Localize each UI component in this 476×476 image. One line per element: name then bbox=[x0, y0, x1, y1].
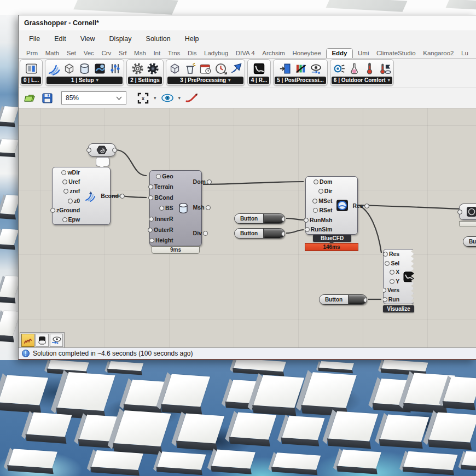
tab[interactable]: Ladybug bbox=[202, 49, 230, 58]
menu-item[interactable]: Display bbox=[102, 33, 139, 44]
flask-icon[interactable] bbox=[347, 61, 362, 76]
component-input[interactable]: Res bbox=[385, 250, 403, 258]
tab[interactable]: Srf bbox=[117, 49, 129, 58]
component-input[interactable]: zref bbox=[66, 187, 84, 195]
slice-panel-icon[interactable] bbox=[278, 61, 293, 76]
component-input[interactable]: Geo bbox=[158, 172, 177, 180]
tab[interactable]: Lu bbox=[459, 49, 471, 58]
rgb-legend-icon[interactable] bbox=[293, 61, 308, 76]
tab[interactable]: Msh bbox=[132, 49, 148, 58]
menu-item[interactable]: Edit bbox=[47, 33, 73, 44]
tab[interactable]: ClimateStudio bbox=[374, 49, 418, 58]
run-sim-button[interactable]: Button bbox=[234, 228, 285, 239]
cylinder-icon[interactable] bbox=[77, 61, 92, 76]
component-input[interactable]: Uref bbox=[65, 178, 84, 185]
schedule-icon[interactable] bbox=[198, 61, 213, 76]
tab[interactable]: Eddy bbox=[326, 48, 352, 59]
component-input[interactable]: z0 bbox=[70, 197, 84, 205]
component-input[interactable]: RSet bbox=[315, 206, 336, 214]
component-input[interactable]: OuterR bbox=[150, 226, 177, 234]
component-input[interactable]: InnerR bbox=[151, 215, 177, 223]
panel-balloon[interactable] bbox=[96, 157, 109, 166]
component-input[interactable]: Run bbox=[385, 295, 403, 303]
preview-mode-button[interactable] bbox=[50, 334, 63, 347]
component-input[interactable]: Epw bbox=[65, 216, 84, 223]
thermometer-icon[interactable] bbox=[362, 61, 377, 76]
component-output[interactable]: Msh bbox=[189, 204, 208, 211]
toolbar-group-label[interactable]: 2 | Settings bbox=[128, 77, 161, 84]
component-input[interactable]: Dir bbox=[321, 187, 336, 195]
component-input[interactable]: Dom bbox=[316, 178, 336, 185]
terrain-mesh-icon[interactable] bbox=[92, 61, 107, 76]
geometry-box-icon[interactable] bbox=[167, 61, 182, 76]
component-input[interactable]: Vers bbox=[384, 286, 403, 294]
menu-item[interactable]: Solution bbox=[139, 33, 178, 44]
wind-direction-component[interactable] bbox=[88, 143, 115, 156]
run-clock-icon[interactable] bbox=[213, 61, 228, 76]
tab[interactable]: Honeybee bbox=[290, 49, 323, 58]
component-input[interactable]: MSet bbox=[315, 197, 336, 205]
zoom-extents-menu-arrow[interactable]: ▾ bbox=[154, 95, 156, 101]
button-well[interactable] bbox=[263, 229, 285, 238]
wind-profile-icon[interactable] bbox=[47, 61, 61, 76]
component-input[interactable]: Terrain bbox=[150, 183, 177, 190]
tab[interactable]: Set bbox=[65, 49, 78, 58]
tab[interactable]: Umi bbox=[356, 49, 371, 58]
button-well[interactable] bbox=[348, 295, 367, 304]
clipped-component[interactable] bbox=[459, 204, 476, 220]
menu-item[interactable]: File bbox=[22, 33, 47, 44]
bluecfd-component[interactable]: DomDirMSetRSetRunMshRunSim Res bbox=[305, 176, 358, 235]
run-visualize-button[interactable]: Button bbox=[319, 294, 367, 305]
domain-box-icon[interactable] bbox=[62, 61, 77, 76]
group-menu-arrow[interactable]: ▾ bbox=[388, 78, 390, 83]
title-bar[interactable]: Grasshopper - Cornell* bbox=[19, 15, 476, 31]
toggle-preview-button[interactable] bbox=[36, 334, 49, 347]
menu-item[interactable]: Help bbox=[178, 33, 206, 44]
component-input[interactable]: Height bbox=[152, 236, 177, 244]
component-output[interactable]: Res bbox=[349, 202, 367, 210]
tab[interactable]: Trns bbox=[166, 49, 183, 58]
tab[interactable]: Math bbox=[43, 49, 62, 58]
toolbar-group-label[interactable]: 6 | Outdoor Comfort▾ bbox=[332, 77, 392, 84]
tab[interactable]: Prm bbox=[24, 49, 40, 58]
clipped-button[interactable]: Button bbox=[463, 236, 476, 247]
toolbar-group-label[interactable]: 1 | Setup▾ bbox=[47, 77, 123, 84]
group-menu-arrow[interactable]: ▾ bbox=[228, 78, 230, 83]
toolbar-group-label[interactable]: 4 | R... bbox=[249, 77, 269, 84]
utci-icon[interactable] bbox=[378, 61, 392, 76]
component-output[interactable]: Dom bbox=[189, 178, 210, 185]
tab[interactable]: Kangaroo2 bbox=[421, 49, 456, 58]
toolbar-group-label[interactable]: 0 | L... bbox=[21, 77, 41, 84]
tab[interactable]: DIVA 4 bbox=[234, 49, 257, 58]
tab[interactable]: Int bbox=[151, 49, 162, 58]
component-output[interactable]: Bcond bbox=[97, 192, 123, 200]
preview-menu-arrow[interactable]: ▾ bbox=[178, 95, 181, 101]
run-mesh-button[interactable]: Button bbox=[234, 213, 285, 224]
canvas-zoom-select[interactable]: 85% bbox=[61, 91, 126, 105]
component-input[interactable]: zGround bbox=[53, 206, 84, 214]
save-file-icon[interactable] bbox=[40, 91, 54, 105]
sketch-tool-button[interactable] bbox=[21, 334, 34, 347]
component-input[interactable]: X bbox=[392, 268, 403, 276]
tab[interactable]: Dis bbox=[185, 49, 199, 58]
cleanup-trash-icon[interactable] bbox=[183, 61, 198, 76]
probe-eye-icon[interactable] bbox=[309, 61, 323, 76]
mesh-domain-component[interactable]: GeoTerrainBCondBSInnerROuterRHeight DomM… bbox=[149, 170, 202, 246]
visualize-component[interactable]: ResSelXYVersRun bbox=[383, 249, 414, 304]
residuals-curve-icon[interactable] bbox=[252, 61, 266, 76]
sliders-icon[interactable] bbox=[108, 61, 123, 76]
component-output[interactable]: Div bbox=[189, 229, 206, 237]
preview-eye-icon[interactable] bbox=[161, 91, 174, 105]
menu-item[interactable]: View bbox=[73, 33, 102, 44]
component-input[interactable]: RunSim bbox=[307, 225, 336, 233]
tab[interactable]: Crv bbox=[99, 49, 113, 58]
zoom-extents-icon[interactable]: x bbox=[136, 91, 149, 105]
component-input[interactable]: Sel bbox=[387, 259, 403, 267]
component-input[interactable]: Y bbox=[392, 277, 403, 285]
gh-canvas[interactable]: wDirUrefzrefz0zGroundEpw Bcond GeoTerrai… bbox=[19, 108, 476, 347]
button-well[interactable] bbox=[263, 214, 285, 223]
component-input[interactable]: BCond bbox=[150, 194, 177, 201]
tab[interactable]: Archsim bbox=[260, 49, 287, 58]
toolbar-group-label[interactable]: 3 | PreProcessing▾ bbox=[167, 77, 243, 84]
tab[interactable]: Vec bbox=[82, 49, 96, 58]
